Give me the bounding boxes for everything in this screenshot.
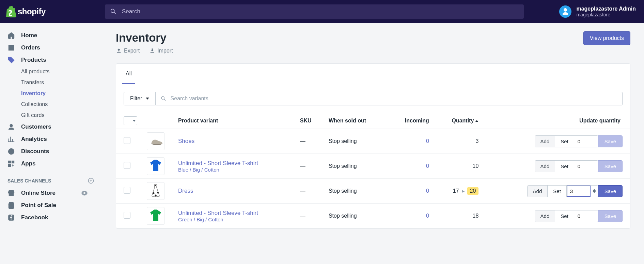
search-icon [110, 8, 117, 15]
row-checkbox[interactable] [124, 212, 130, 219]
avatar [559, 5, 571, 18]
col-update: Update quantity [483, 113, 630, 129]
caret-down-icon [133, 120, 136, 122]
sku-value: — [300, 213, 305, 219]
nav-gift-cards[interactable]: Gift cards [0, 110, 102, 121]
nav-orders[interactable]: Orders [0, 42, 102, 54]
nav-facebook[interactable]: Facebook [0, 211, 102, 224]
add-mode-button[interactable]: Add [535, 210, 555, 222]
svg-rect-5 [9, 164, 11, 166]
update-segment: Add Set [535, 210, 598, 222]
product-link[interactable]: Shoes [178, 138, 194, 144]
sku-value: — [300, 163, 305, 169]
sku-value: — [300, 188, 305, 194]
col-variant: Product variant [173, 113, 295, 129]
add-mode-button[interactable]: Add [535, 136, 555, 147]
quantity-input[interactable] [574, 210, 598, 222]
nav-collections[interactable]: Collections [0, 99, 102, 110]
add-mode-button[interactable]: Add [535, 161, 555, 172]
nav-products[interactable]: Products [0, 54, 102, 66]
import-button[interactable]: Import [149, 48, 173, 54]
view-products-button[interactable]: View products [583, 31, 630, 45]
export-icon [116, 48, 122, 54]
nav-home[interactable]: Home [0, 29, 102, 42]
filter-button[interactable]: Filter [124, 92, 156, 105]
topbar: shopify mageplazastore Admin mageplazast… [0, 0, 644, 23]
view-store-icon[interactable] [81, 189, 88, 197]
svg-point-10 [157, 192, 159, 193]
svg-point-11 [155, 195, 156, 196]
product-link[interactable]: Dress [178, 188, 193, 194]
product-link[interactable]: Unlimited - Short Sleeve T-shirt [178, 160, 258, 166]
nav-online-store[interactable]: Online Store [0, 187, 102, 199]
incoming-link[interactable]: 0 [426, 188, 429, 194]
add-channel-icon[interactable] [88, 177, 94, 184]
incoming-link[interactable]: 0 [426, 163, 429, 169]
table-row: Unlimited - Short Sleeve T-shirtBlue / B… [116, 154, 630, 179]
col-quantity[interactable]: Quantity [434, 113, 483, 129]
logo[interactable]: shopify [6, 6, 105, 17]
table-row: Unlimited - Short Sleeve T-shirtGreen / … [116, 204, 630, 229]
row-checkbox[interactable] [124, 137, 130, 144]
incoming-link[interactable]: 0 [426, 213, 429, 219]
svg-rect-3 [9, 161, 11, 163]
analytics-icon [7, 135, 15, 143]
variant-search-input[interactable] [171, 96, 617, 102]
select-all-checkbox[interactable] [124, 116, 137, 125]
set-mode-button[interactable]: Set [555, 161, 574, 172]
orders-icon [7, 44, 15, 52]
quantity-input[interactable] [574, 136, 598, 147]
sku-value: — [300, 138, 305, 144]
quantity-input[interactable] [574, 161, 598, 172]
nav-analytics[interactable]: Analytics [0, 133, 102, 145]
caret-down-icon [146, 98, 149, 100]
shopify-bag-icon [6, 6, 16, 17]
save-button[interactable]: Save [598, 185, 623, 197]
svg-point-0 [10, 58, 11, 59]
row-checkbox[interactable] [124, 162, 130, 169]
product-thumbnail [147, 157, 164, 175]
tab-all[interactable]: All [122, 64, 135, 84]
row-checkbox[interactable] [124, 187, 130, 194]
add-mode-button[interactable]: Add [528, 186, 548, 197]
save-button[interactable]: Save [598, 160, 623, 172]
col-sold-out: When sold out [324, 113, 388, 129]
variant-label: Blue / Big / Cotton [178, 167, 290, 173]
pos-icon [7, 202, 15, 209]
col-incoming: Incoming [388, 113, 434, 129]
nav-apps[interactable]: Apps [0, 158, 102, 170]
variant-label: Green / Big / Cotton [178, 217, 290, 222]
nav-all-products[interactable]: All products [0, 66, 102, 77]
product-link[interactable]: Unlimited - Short Sleeve T-shirt [178, 210, 258, 216]
nav-transfers[interactable]: Transfers [0, 77, 102, 88]
incoming-link[interactable]: 0 [426, 138, 429, 144]
sold-out-value: Stop selling [324, 129, 388, 154]
global-search[interactable] [105, 4, 524, 19]
set-mode-button[interactable]: Set [555, 210, 574, 222]
number-spinner[interactable] [591, 186, 598, 197]
update-segment: Add Set [535, 135, 598, 147]
export-button[interactable]: Export [116, 48, 140, 54]
nav-pos[interactable]: Point of Sale [0, 199, 102, 211]
home-icon [7, 32, 15, 39]
inventory-table: Product variant SKU When sold out Incomi… [116, 113, 630, 228]
save-button[interactable]: Save [598, 210, 623, 222]
search-icon [160, 96, 167, 102]
quantity-input[interactable] [567, 186, 591, 197]
user-menu[interactable]: mageplazastore Admin mageplazastore [559, 5, 636, 18]
variant-search[interactable] [156, 92, 623, 105]
set-mode-button[interactable]: Set [555, 136, 574, 147]
nav-customers[interactable]: Customers [0, 121, 102, 133]
nav-inventory[interactable]: Inventory [0, 88, 102, 99]
global-search-input[interactable] [122, 8, 519, 15]
facebook-icon [7, 214, 15, 221]
nav-discounts[interactable]: Discounts [0, 145, 102, 158]
product-thumbnail [147, 207, 164, 225]
set-mode-button[interactable]: Set [548, 186, 567, 197]
svg-point-9 [153, 192, 154, 194]
brand-text: shopify [18, 7, 46, 16]
table-row: Dress—Stop selling017▶20 Add Set Save [116, 179, 630, 204]
main-content: Inventory Export Import View products Al… [102, 23, 644, 264]
save-button[interactable]: Save [598, 135, 623, 147]
qty-value: 18 [473, 213, 479, 219]
